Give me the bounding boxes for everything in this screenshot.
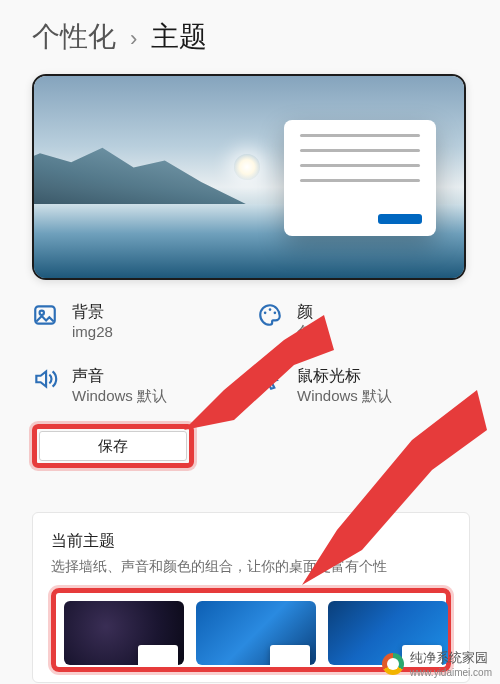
save-button[interactable]: 保存 — [39, 431, 187, 461]
theme-option-1[interactable] — [64, 601, 184, 665]
setting-sound-title: 声音 — [72, 366, 167, 387]
image-icon — [32, 302, 58, 328]
setting-background[interactable]: 背景 img28 — [32, 302, 247, 342]
watermark: 纯净系统家园 www.yidaimei.com — [382, 649, 492, 678]
svg-point-4 — [274, 312, 277, 315]
setting-sound[interactable]: 声音 Windows 默认 — [32, 366, 247, 406]
theme-settings-grid: 背景 img28 颜 色 声音 Win — [32, 302, 472, 406]
breadcrumb-current: 主题 — [151, 18, 207, 56]
setting-background-title: 背景 — [72, 302, 113, 323]
setting-background-value: img28 — [72, 323, 113, 340]
setting-color[interactable]: 颜 色 — [257, 302, 472, 342]
svg-point-3 — [269, 308, 272, 311]
palette-icon — [257, 302, 283, 328]
wallpaper-sun — [234, 154, 260, 180]
theme-preview — [32, 74, 466, 280]
sound-icon — [32, 366, 58, 392]
dialog-preview-button — [378, 214, 422, 224]
current-theme-title: 当前主题 — [51, 531, 451, 552]
breadcrumb-parent[interactable]: 个性化 — [32, 18, 116, 56]
cursor-icon — [257, 366, 283, 392]
save-highlight: 保存 — [32, 424, 194, 468]
current-theme-subtitle: 选择墙纸、声音和颜色的组合，让你的桌面更富有个性 — [51, 558, 451, 576]
watermark-logo-icon — [382, 653, 404, 675]
setting-color-value: 色 — [297, 323, 313, 342]
dialog-preview — [284, 120, 436, 236]
chevron-right-icon: › — [130, 26, 137, 52]
svg-point-1 — [40, 311, 44, 315]
setting-cursor-title: 鼠标光标 — [297, 366, 392, 387]
setting-color-title: 颜 — [297, 302, 313, 323]
watermark-text: 纯净系统家园 — [410, 649, 492, 667]
svg-point-2 — [264, 312, 267, 315]
setting-sound-value: Windows 默认 — [72, 387, 167, 406]
watermark-url: www.yidaimei.com — [410, 667, 492, 678]
breadcrumb: 个性化 › 主题 — [32, 18, 478, 56]
setting-cursor[interactable]: 鼠标光标 Windows 默认 — [257, 366, 472, 406]
theme-option-2[interactable] — [196, 601, 316, 665]
setting-cursor-value: Windows 默认 — [297, 387, 392, 406]
